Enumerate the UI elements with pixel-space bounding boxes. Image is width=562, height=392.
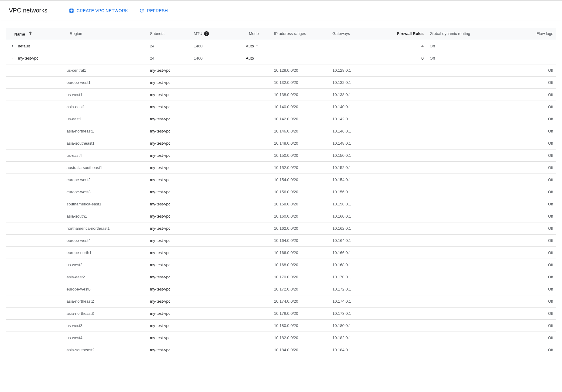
network-name[interactable]: my-test-vpc xyxy=(18,56,38,60)
subnet-gateway: 10.160.0.1 xyxy=(329,210,383,222)
subnet-row[interactable]: southamerica-east1my-test-vpc10.158.0.0/… xyxy=(6,198,556,210)
create-vpc-network-button[interactable]: CREATE VPC NETWORK xyxy=(69,8,128,13)
subnet-name[interactable]: my-test-vpc xyxy=(147,64,191,76)
subnet-row[interactable]: us-west4my-test-vpc10.182.0.0/2010.182.0… xyxy=(6,332,556,344)
refresh-label: REFRESH xyxy=(147,8,168,13)
subnet-row[interactable]: asia-south1my-test-vpc10.160.0.0/2010.16… xyxy=(6,210,556,222)
subnet-ip-range: 10.158.0.0/20 xyxy=(271,198,329,210)
subnet-flow-logs: Off xyxy=(500,101,556,113)
subnet-flow-logs: Off xyxy=(500,174,556,186)
subnet-name[interactable]: my-test-vpc xyxy=(147,319,191,332)
subnet-name[interactable]: my-test-vpc xyxy=(147,161,191,174)
subnet-row[interactable]: australia-southeast1my-test-vpc10.152.0.… xyxy=(6,161,556,174)
subnet-name[interactable]: my-test-vpc xyxy=(147,210,191,222)
subnet-ip-range: 10.182.0.0/20 xyxy=(271,332,329,344)
subnet-name[interactable]: my-test-vpc xyxy=(147,283,191,295)
subnet-ip-range: 10.184.0.0/20 xyxy=(271,344,329,356)
subnet-ip-range: 10.178.0.0/20 xyxy=(271,307,329,319)
subnet-row[interactable]: asia-southeast2my-test-vpc10.184.0.0/201… xyxy=(6,344,556,356)
subnet-flow-logs: Off xyxy=(500,307,556,319)
chevron-down-icon[interactable] xyxy=(10,56,16,60)
subnet-row[interactable]: europe-west6my-test-vpc10.172.0.0/2010.1… xyxy=(6,283,556,295)
column-header-global-dynamic-routing[interactable]: Global dynamic routing xyxy=(427,28,500,40)
network-mode-dropdown[interactable]: Auto xyxy=(246,44,259,48)
subnet-region: us-west4 xyxy=(67,332,147,344)
column-header-firewall-rules[interactable]: Firewall Rules xyxy=(383,28,427,40)
subnet-row[interactable]: asia-southeast1my-test-vpc10.148.0.0/201… xyxy=(6,137,556,149)
subnet-ip-range: 10.148.0.0/20 xyxy=(271,137,329,149)
subnet-flow-logs: Off xyxy=(500,88,556,101)
subnet-ip-range: 10.128.0.0/20 xyxy=(271,64,329,76)
subnet-name[interactable]: my-test-vpc xyxy=(147,332,191,344)
subnet-name[interactable]: my-test-vpc xyxy=(147,149,191,161)
subnet-row[interactable]: northamerica-northeast1my-test-vpc10.162… xyxy=(6,222,556,234)
column-header-region[interactable]: Region xyxy=(67,28,147,40)
subnet-name[interactable]: my-test-vpc xyxy=(147,113,191,125)
subnet-ip-range: 10.132.0.0/20 xyxy=(271,76,329,88)
subnet-gateway: 10.158.0.1 xyxy=(329,198,383,210)
subnet-name[interactable]: my-test-vpc xyxy=(147,76,191,88)
subnet-name[interactable]: my-test-vpc xyxy=(147,137,191,149)
subnet-name[interactable]: my-test-vpc xyxy=(147,307,191,319)
subnet-row[interactable]: asia-east1my-test-vpc10.140.0.0/2010.140… xyxy=(6,101,556,113)
subnet-row[interactable]: us-west2my-test-vpc10.168.0.0/2010.168.0… xyxy=(6,259,556,271)
help-icon[interactable]: ? xyxy=(204,31,209,36)
subnet-row[interactable]: europe-west2my-test-vpc10.154.0.0/2010.1… xyxy=(6,174,556,186)
subnet-gateway: 10.162.0.1 xyxy=(329,222,383,234)
subnet-gateway: 10.132.0.1 xyxy=(329,76,383,88)
subnet-ip-range: 10.180.0.0/20 xyxy=(271,319,329,332)
column-header-gateways[interactable]: Gateways xyxy=(329,28,383,40)
subnet-gateway: 10.178.0.1 xyxy=(329,307,383,319)
network-row[interactable]: default241460Auto4Off xyxy=(6,40,556,52)
subnet-name[interactable]: my-test-vpc xyxy=(147,344,191,356)
column-header-ip-ranges[interactable]: IP address ranges xyxy=(271,28,329,40)
subnet-name[interactable]: my-test-vpc xyxy=(147,198,191,210)
subnet-row[interactable]: us-west3my-test-vpc10.180.0.0/2010.180.0… xyxy=(6,319,556,332)
subnet-region: europe-north1 xyxy=(67,246,147,259)
subnet-flow-logs: Off xyxy=(500,295,556,307)
column-header-mtu[interactable]: MTU ? xyxy=(191,28,232,40)
subnet-name[interactable]: my-test-vpc xyxy=(147,259,191,271)
subnet-row[interactable]: asia-northeast3my-test-vpc10.178.0.0/201… xyxy=(6,307,556,319)
subnet-name[interactable]: my-test-vpc xyxy=(147,234,191,246)
subnet-flow-logs: Off xyxy=(500,113,556,125)
network-subnets-count: 24 xyxy=(147,40,191,52)
network-mode-dropdown[interactable]: Auto xyxy=(246,56,259,60)
subnet-row[interactable]: asia-northeast1my-test-vpc10.146.0.0/201… xyxy=(6,125,556,137)
column-header-mode[interactable]: Mode xyxy=(232,28,271,40)
column-header-flow-logs[interactable]: Flow logs xyxy=(500,28,556,40)
column-header-name[interactable]: Name xyxy=(6,28,67,40)
subnet-row[interactable]: us-west1my-test-vpc10.138.0.0/2010.138.0… xyxy=(6,88,556,101)
subnet-region: asia-east1 xyxy=(67,101,147,113)
subnet-name[interactable]: my-test-vpc xyxy=(147,125,191,137)
subnet-name[interactable]: my-test-vpc xyxy=(147,295,191,307)
subnet-region: us-west3 xyxy=(67,319,147,332)
subnet-row[interactable]: europe-west4my-test-vpc10.164.0.0/2010.1… xyxy=(6,234,556,246)
column-header-subnets[interactable]: Subnets xyxy=(147,28,191,40)
subnet-row[interactable]: us-central1my-test-vpc10.128.0.0/2010.12… xyxy=(6,64,556,76)
subnet-region: us-central1 xyxy=(67,64,147,76)
subnet-gateway: 10.140.0.1 xyxy=(329,101,383,113)
subnet-row[interactable]: europe-west1my-test-vpc10.132.0.0/2010.1… xyxy=(6,76,556,88)
chevron-right-icon[interactable] xyxy=(10,44,16,48)
subnet-row[interactable]: asia-east2my-test-vpc10.170.0.0/2010.170… xyxy=(6,271,556,283)
network-name[interactable]: default xyxy=(18,44,30,48)
subnet-gateway: 10.146.0.1 xyxy=(329,125,383,137)
subnet-region: southamerica-east1 xyxy=(67,198,147,210)
subnet-row[interactable]: us-east4my-test-vpc10.150.0.0/2010.150.0… xyxy=(6,149,556,161)
subnet-name[interactable]: my-test-vpc xyxy=(147,174,191,186)
subnet-name[interactable]: my-test-vpc xyxy=(147,88,191,101)
subnet-name[interactable]: my-test-vpc xyxy=(147,186,191,198)
subnet-row[interactable]: europe-north1my-test-vpc10.166.0.0/2010.… xyxy=(6,246,556,259)
subnet-name[interactable]: my-test-vpc xyxy=(147,271,191,283)
refresh-button[interactable]: REFRESH xyxy=(139,8,168,13)
network-row[interactable]: my-test-vpc241460Auto0Off xyxy=(6,52,556,64)
subnet-name[interactable]: my-test-vpc xyxy=(147,101,191,113)
subnet-ip-range: 10.138.0.0/20 xyxy=(271,88,329,101)
subnet-row[interactable]: us-east1my-test-vpc10.142.0.0/2010.142.0… xyxy=(6,113,556,125)
subnet-row[interactable]: asia-northeast2my-test-vpc10.174.0.0/201… xyxy=(6,295,556,307)
subnet-gateway: 10.150.0.1 xyxy=(329,149,383,161)
subnet-row[interactable]: europe-west3my-test-vpc10.156.0.0/2010.1… xyxy=(6,186,556,198)
subnet-name[interactable]: my-test-vpc xyxy=(147,246,191,259)
subnet-name[interactable]: my-test-vpc xyxy=(147,222,191,234)
